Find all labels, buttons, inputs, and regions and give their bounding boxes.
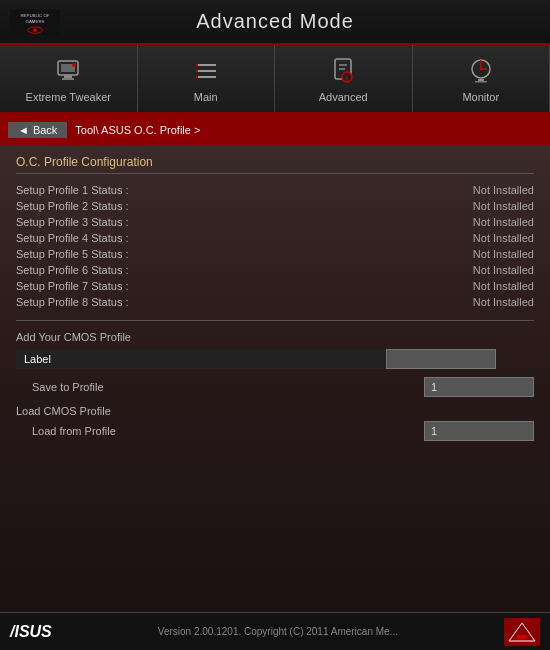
page-title: Advanced Mode	[196, 10, 354, 33]
tab-advanced-label: Advanced	[319, 91, 368, 103]
svg-text:REPUBLIC OF: REPUBLIC OF	[20, 13, 49, 18]
save-to-profile-row: Save to Profile	[16, 377, 534, 397]
svg-rect-8	[62, 78, 74, 80]
svg-text:i: i	[346, 75, 348, 82]
rog-logo-area: REPUBLIC OF GAMERS	[10, 6, 60, 38]
profile-label: Setup Profile 8 Status :	[16, 296, 129, 308]
svg-rect-7	[64, 75, 72, 78]
svg-rect-23	[478, 79, 484, 81]
save-to-profile-input[interactable]	[424, 377, 534, 397]
svg-point-9	[72, 63, 76, 67]
svg-point-4	[33, 28, 37, 32]
breadcrumb-bar: ◄ Back Tool\ ASUS O.C. Profile >	[0, 115, 550, 145]
breadcrumb: Tool\ ASUS O.C. Profile >	[75, 124, 200, 136]
nav-tabs: Extreme Tweaker Main i Advanced	[0, 45, 550, 115]
profile-label: Setup Profile 4 Status :	[16, 232, 129, 244]
load-cmos-title: Load CMOS Profile	[16, 405, 534, 417]
list-item: Setup Profile 5 Status : Not Installed	[16, 246, 534, 262]
rog-badge-icon	[504, 618, 540, 646]
back-label: Back	[33, 124, 57, 136]
load-from-profile-input[interactable]	[424, 421, 534, 441]
svg-rect-27	[517, 635, 527, 639]
save-to-profile-label: Save to Profile	[32, 381, 424, 393]
profile-status: Not Installed	[473, 264, 534, 276]
profile-status: Not Installed	[473, 280, 534, 292]
back-arrow-icon: ◄	[18, 124, 29, 136]
list-item: Setup Profile 7 Status : Not Installed	[16, 278, 534, 294]
section-title: O.C. Profile Configuration	[16, 155, 534, 174]
back-button[interactable]: ◄ Back	[8, 122, 67, 138]
list-item: Setup Profile 2 Status : Not Installed	[16, 198, 534, 214]
advanced-icon: i	[327, 55, 359, 87]
profile-status: Not Installed	[473, 232, 534, 244]
tab-main[interactable]: Main	[138, 45, 276, 112]
tab-monitor[interactable]: Monitor	[413, 45, 551, 112]
tab-main-label: Main	[194, 91, 218, 103]
svg-point-22	[479, 67, 482, 70]
profile-label: Setup Profile 2 Status :	[16, 200, 129, 212]
profile-status: Not Installed	[473, 296, 534, 308]
rog-logo-icon: REPUBLIC OF GAMERS	[10, 6, 60, 38]
profile-label: Setup Profile 1 Status :	[16, 184, 129, 196]
profile-label: Setup Profile 5 Status :	[16, 248, 129, 260]
tab-monitor-label: Monitor	[462, 91, 499, 103]
profile-status: Not Installed	[473, 200, 534, 212]
tab-extreme-tweaker[interactable]: Extreme Tweaker	[0, 45, 138, 112]
add-cmos-title: Add Your CMOS Profile	[16, 331, 534, 343]
profile-label: Setup Profile 6 Status :	[16, 264, 129, 276]
svg-rect-25	[507, 621, 537, 643]
svg-rect-24	[475, 81, 487, 83]
list-item: Setup Profile 1 Status : Not Installed	[16, 182, 534, 198]
list-item: Setup Profile 4 Status : Not Installed	[16, 230, 534, 246]
tab-extreme-tweaker-label: Extreme Tweaker	[26, 91, 111, 103]
list-item: Setup Profile 3 Status : Not Installed	[16, 214, 534, 230]
main-content: O.C. Profile Configuration Setup Profile…	[0, 145, 550, 635]
divider-1	[16, 320, 534, 321]
label-row: Label	[16, 349, 534, 369]
profile-status: Not Installed	[473, 216, 534, 228]
svg-text:GAMERS: GAMERS	[26, 19, 45, 24]
list-item: Setup Profile 6 Status : Not Installed	[16, 262, 534, 278]
profile-status: Not Installed	[473, 184, 534, 196]
load-from-profile-label: Load from Profile	[32, 425, 424, 437]
profile-label: Setup Profile 7 Status :	[16, 280, 129, 292]
monitor-icon	[465, 55, 497, 87]
footer: /ISUS Version 2.00.1201. Copyright (C) 2…	[0, 612, 550, 650]
tab-advanced[interactable]: i Advanced	[275, 45, 413, 112]
main-icon	[190, 55, 222, 87]
extreme-tweaker-icon	[52, 55, 84, 87]
label-input[interactable]	[386, 349, 496, 369]
load-from-profile-row: Load from Profile	[16, 421, 534, 441]
footer-version: Version 2.00.1201. Copyright (C) 2011 Am…	[158, 626, 398, 637]
list-item: Setup Profile 8 Status : Not Installed	[16, 294, 534, 310]
asus-logo: /ISUS	[10, 623, 52, 641]
label-cell: Label	[16, 349, 386, 369]
header: REPUBLIC OF GAMERS Advanced Mode	[0, 0, 550, 45]
profile-rows: Setup Profile 1 Status : Not Installed S…	[16, 182, 534, 310]
profile-status: Not Installed	[473, 248, 534, 260]
profile-label: Setup Profile 3 Status :	[16, 216, 129, 228]
